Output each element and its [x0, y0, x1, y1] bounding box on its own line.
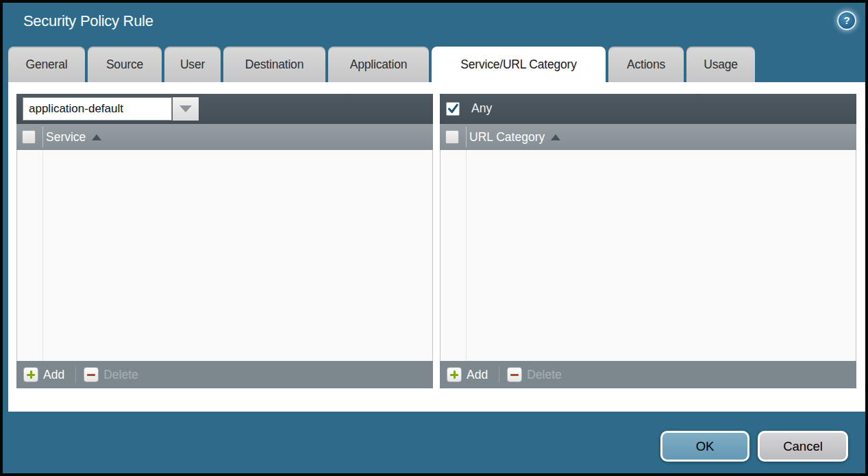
service-panel: Service Add Delete: [16, 94, 433, 388]
add-url-category-button[interactable]: Add: [447, 367, 488, 382]
dropdown-arrow-button[interactable]: [173, 97, 199, 121]
chevron-down-icon: [179, 105, 192, 112]
url-category-table-header: URL Category: [440, 124, 856, 150]
tab-general[interactable]: General: [8, 47, 85, 82]
sort-ascending-icon[interactable]: [92, 134, 101, 140]
delete-url-category-button[interactable]: Delete: [507, 367, 562, 382]
service-toolbar: [16, 94, 433, 124]
toolbar-divider: [499, 366, 499, 383]
sort-ascending-icon[interactable]: [551, 134, 560, 140]
column-divider: [466, 127, 467, 147]
service-type-dropdown[interactable]: [23, 97, 172, 121]
ok-button[interactable]: OK: [660, 431, 749, 462]
any-label: Any: [471, 101, 492, 116]
add-service-button[interactable]: Add: [23, 367, 64, 382]
tab-destination[interactable]: Destination: [223, 47, 325, 82]
service-column-header[interactable]: Service: [46, 130, 86, 145]
add-plus-icon: [447, 367, 462, 382]
delete-minus-icon: [507, 367, 522, 382]
any-checkbox[interactable]: [446, 102, 460, 116]
delete-service-button[interactable]: Delete: [84, 367, 138, 382]
tab-content: Service Add Delete: [8, 82, 865, 412]
column-divider: [42, 127, 43, 147]
service-footer-bar: Add Delete: [16, 361, 433, 388]
tab-application[interactable]: Application: [328, 47, 429, 82]
url-category-list[interactable]: [440, 150, 856, 361]
service-table-header: Service: [16, 124, 433, 150]
select-all-services-checkbox[interactable]: [22, 130, 36, 144]
column-divider: [42, 150, 43, 361]
page-title: Security Policy Rule: [23, 12, 153, 30]
help-glyph: ?: [843, 14, 850, 26]
url-category-column-header[interactable]: URL Category: [469, 130, 545, 145]
select-all-url-categories-checkbox[interactable]: [445, 130, 459, 144]
add-plus-icon: [23, 367, 38, 382]
tab-actions[interactable]: Actions: [608, 47, 684, 82]
any-row: Any: [446, 101, 492, 116]
url-category-panel: Any URL Category Add Delete: [440, 94, 856, 388]
checkmark-icon: [447, 102, 459, 116]
tab-user[interactable]: User: [164, 47, 221, 82]
tab-source[interactable]: Source: [88, 47, 162, 82]
cancel-button[interactable]: Cancel: [758, 431, 848, 462]
tab-bar: General Source User Destination Applicat…: [8, 47, 755, 82]
tab-service-url-category[interactable]: Service/URL Category: [432, 47, 606, 82]
tab-usage[interactable]: Usage: [686, 47, 755, 82]
url-category-footer-bar: Add Delete: [440, 361, 856, 388]
security-policy-rule-dialog: Security Policy Rule ? General Source Us…: [0, 0, 868, 476]
delete-minus-icon: [84, 367, 99, 382]
service-list[interactable]: [16, 150, 433, 361]
url-category-toolbar: Any: [440, 94, 856, 124]
column-divider: [466, 150, 467, 361]
toolbar-divider: [75, 366, 76, 383]
help-icon[interactable]: ?: [837, 11, 856, 30]
